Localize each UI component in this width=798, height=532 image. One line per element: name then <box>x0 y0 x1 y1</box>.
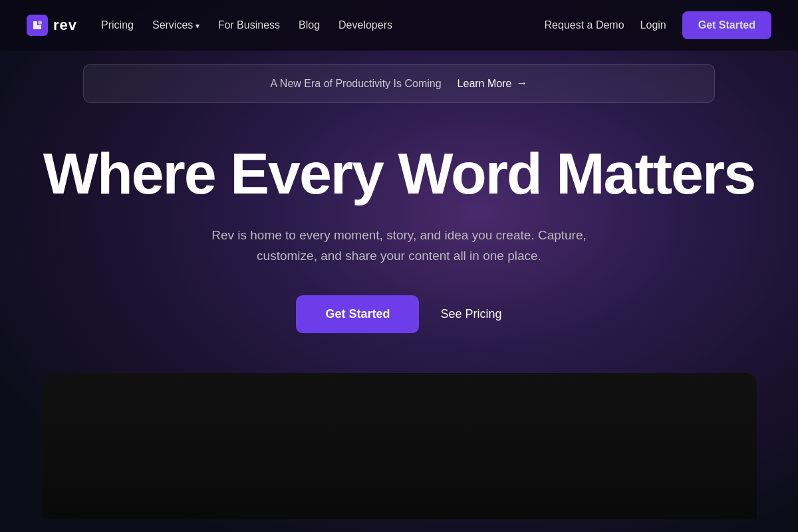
hero-section: Where Every Word Matters Rev is home to … <box>0 103 798 360</box>
see-pricing-button[interactable]: See Pricing <box>440 307 501 321</box>
nav-links: Pricing Services For Business Blog Devel… <box>101 19 392 31</box>
banner-arrow-icon: → <box>515 76 527 90</box>
hero-subtitle: Rev is home to every moment, story, and … <box>200 225 598 266</box>
nav-link-pricing[interactable]: Pricing <box>101 19 134 31</box>
logo-icon <box>27 15 48 36</box>
nav-link-developers[interactable]: Developers <box>338 19 392 31</box>
hero-buttons: Get Started See Pricing <box>27 295 771 333</box>
request-demo-link[interactable]: Request a Demo <box>545 19 624 31</box>
login-link[interactable]: Login <box>640 19 666 31</box>
preview-inner <box>42 373 757 519</box>
product-preview <box>42 373 757 519</box>
logo[interactable]: rev <box>27 15 77 36</box>
nav-link-blog[interactable]: Blog <box>299 19 320 31</box>
hero-title: Where Every Word Matters <box>27 143 771 204</box>
announcement-banner: A New Era of Productivity Is Coming Lear… <box>83 64 715 103</box>
nav-right: Request a Demo Login Get Started <box>545 11 771 39</box>
svg-point-0 <box>38 21 42 25</box>
banner-text: A New Era of Productivity Is Coming <box>271 78 442 90</box>
navbar: rev Pricing Services For Business Blog D… <box>0 0 798 51</box>
nav-link-services[interactable]: Services <box>152 19 200 31</box>
nav-left: rev Pricing Services For Business Blog D… <box>27 15 392 36</box>
get-started-nav-button[interactable]: Get Started <box>682 11 771 39</box>
nav-link-for-business[interactable]: For Business <box>218 19 280 31</box>
get-started-hero-button[interactable]: Get Started <box>296 295 419 333</box>
logo-text: rev <box>53 17 77 34</box>
banner-learn-more-link[interactable]: Learn More → <box>458 76 528 90</box>
